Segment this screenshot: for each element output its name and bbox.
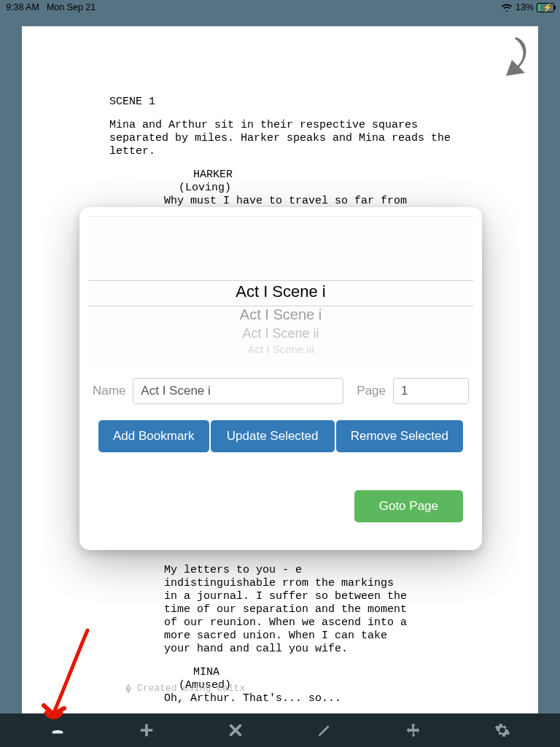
page-input[interactable] xyxy=(393,378,469,404)
pen-nib-icon xyxy=(124,684,133,694)
bookmark-modal: Act I Scene i Act I Scene i Act I Scene … xyxy=(79,207,482,550)
picker-item[interactable]: Act I Scene ii xyxy=(88,326,473,341)
parenthetical: (Loving) xyxy=(179,182,538,195)
add-tool-icon[interactable] xyxy=(102,713,191,747)
goto-page-button[interactable]: Goto Page xyxy=(354,490,463,522)
status-date: Mon Sep 21 xyxy=(47,2,96,12)
picker-item[interactable]: Act I Scene iii xyxy=(88,343,473,355)
wifi-icon xyxy=(501,3,513,12)
settings-tool-icon[interactable] xyxy=(458,713,547,747)
picker-item[interactable]: Act I Scene i xyxy=(88,306,473,323)
action-text: Mina and Arthur sit in their respective … xyxy=(109,119,467,158)
status-time: 9:38 AM xyxy=(6,2,39,12)
dialogue-line: Why must I have to travel so far from xyxy=(164,195,412,208)
character-name: MINA xyxy=(193,666,538,679)
battery-pct: 13% xyxy=(516,2,534,12)
picker-selected[interactable]: Act I Scene i xyxy=(88,282,473,301)
bottom-toolbar xyxy=(0,713,560,747)
update-selected-button[interactable]: Update Selected xyxy=(211,420,335,452)
scene-heading: SCENE 1 xyxy=(109,96,467,109)
page-label: Page xyxy=(357,384,386,398)
battery-icon: ⚡ xyxy=(537,3,554,12)
bookmark-tool-icon[interactable] xyxy=(13,713,102,747)
character-name: HARKER xyxy=(193,169,538,182)
move-tool-icon[interactable] xyxy=(369,713,458,747)
add-bookmark-button[interactable]: Add Bookmark xyxy=(98,420,209,452)
remove-selected-button[interactable]: Remove Selected xyxy=(336,420,463,452)
scene-picker[interactable]: Act I Scene i Act I Scene i Act I Scene … xyxy=(88,216,473,366)
name-input[interactable] xyxy=(133,378,343,404)
delete-tool-icon[interactable] xyxy=(191,713,280,747)
status-bar: 9:38 AM Mon Sep 21 13% ⚡ xyxy=(0,0,560,15)
name-label: Name xyxy=(93,384,125,398)
celtx-footer: Created using Celtx xyxy=(124,683,245,694)
edit-tool-icon[interactable] xyxy=(280,713,369,747)
dialogue-line: My letters to you - e indistinguishable … xyxy=(164,564,412,656)
